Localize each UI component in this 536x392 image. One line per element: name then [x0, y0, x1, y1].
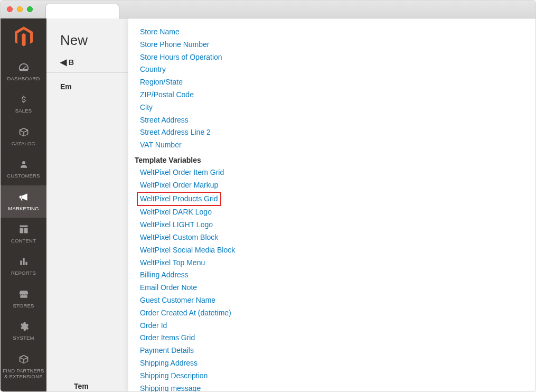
browser-tab[interactable]	[45, 4, 119, 18]
sidebar-item-label: DASHBOARD	[7, 76, 40, 81]
variable-link[interactable]: Store Name	[140, 26, 535, 39]
admin-sidebar: DASHBOARD SALES CATALOG CUSTOMERS MARKET	[1, 18, 46, 392]
gauge-icon	[18, 61, 30, 73]
sidebar-item-label: FIND PARTNERS & EXTENSIONS	[3, 368, 44, 380]
app-frame: DASHBOARD SALES CATALOG CUSTOMERS MARKET	[1, 18, 535, 392]
variable-link[interactable]: Store Phone Number	[140, 39, 535, 51]
variable-link[interactable]: Email Order Note	[140, 282, 535, 294]
sidebar-item-system[interactable]: SYSTEM	[1, 315, 46, 347]
variable-link[interactable]: WeltPixel Order Markup	[140, 179, 535, 192]
sidebar-item-customers[interactable]: CUSTOMERS	[1, 153, 46, 185]
variable-link[interactable]: WeltPixel Custom Block	[140, 231, 535, 244]
sidebar-item-stores[interactable]: STORES	[1, 283, 46, 315]
variable-link[interactable]: Shipping Description	[140, 370, 535, 382]
back-label: B	[69, 58, 74, 67]
window-minimize-icon[interactable]	[17, 6, 23, 12]
sidebar-item-label: CUSTOMERS	[7, 173, 40, 179]
main-content: New ◀ B Em Tem Store NameStore Phone Num…	[46, 18, 535, 392]
variable-link[interactable]: VAT Number	[140, 139, 535, 152]
variable-link[interactable]: City	[140, 101, 535, 114]
variable-link-highlighted[interactable]: WeltPixel Products Grid	[137, 192, 221, 207]
sidebar-item-label: SALES	[15, 108, 32, 114]
variable-link[interactable]: Order Items Grid	[140, 332, 535, 344]
bar-chart-icon	[18, 255, 29, 268]
variable-link[interactable]: WeltPixel LIGHT Logo	[140, 219, 535, 231]
sidebar-item-reports[interactable]: REPORTS	[1, 250, 46, 282]
layout-icon	[18, 223, 29, 236]
variable-link[interactable]: Billing Address	[140, 269, 535, 282]
sidebar-item-catalog[interactable]: CATALOG	[1, 120, 46, 153]
sidebar-item-label: MARKETING	[8, 206, 39, 211]
puzzle-icon	[18, 353, 29, 366]
variable-link[interactable]: WeltPixel Social Media Block	[140, 244, 535, 257]
magento-logo-icon[interactable]	[1, 18, 46, 55]
variable-link[interactable]: WeltPixel Order Item Grid	[140, 166, 535, 179]
sidebar-item-label: SYSTEM	[13, 335, 34, 341]
variable-list: Store NameStore Phone NumberStore Hours …	[128, 18, 535, 392]
variable-link[interactable]: ZIP/Postal Code	[140, 89, 535, 101]
megaphone-icon	[18, 191, 29, 203]
variable-link[interactable]: Guest Customer Name	[140, 294, 535, 307]
variable-link[interactable]: Shipping message	[140, 382, 535, 392]
body-label-tem: Tem	[60, 372, 89, 390]
sidebar-item-sales[interactable]: SALES	[1, 88, 46, 120]
chevron-left-icon: ◀	[60, 57, 67, 67]
sidebar-item-find-partners[interactable]: FIND PARTNERS & EXTENSIONS	[1, 348, 46, 386]
gear-icon	[18, 320, 29, 333]
variable-link[interactable]: Order Created At (datetime)	[140, 307, 535, 320]
variable-link[interactable]: WeltPixel DARK Logo	[140, 206, 535, 219]
variable-link[interactable]: Country	[140, 63, 535, 76]
sidebar-item-label: STORES	[13, 303, 34, 309]
variable-link[interactable]: Store Hours of Operation	[140, 51, 535, 64]
window-maximize-icon[interactable]	[27, 6, 33, 12]
box-icon	[18, 126, 29, 138]
sidebar-item-content[interactable]: CONTENT	[1, 218, 46, 250]
variable-link[interactable]: Shipping Address	[140, 357, 535, 370]
variable-section-heading: Template Variables	[135, 156, 535, 164]
sidebar-item-dashboard[interactable]: DASHBOARD	[1, 55, 46, 88]
sidebar-item-label: REPORTS	[11, 270, 36, 276]
sidebar-item-marketing[interactable]: MARKETING	[1, 185, 46, 218]
sidebar-item-label: CATALOG	[12, 141, 35, 146]
dollar-icon	[19, 93, 29, 106]
variable-link[interactable]: Street Address	[140, 114, 535, 127]
variable-link[interactable]: Street Address Line 2	[140, 126, 535, 139]
variable-link[interactable]: Payment Details	[140, 344, 535, 357]
person-icon	[19, 158, 29, 171]
sidebar-item-label: CONTENT	[11, 238, 36, 244]
storefront-icon	[18, 288, 29, 301]
insert-variable-panel: Store NameStore Phone NumberStore Hours …	[128, 18, 535, 392]
window-close-icon[interactable]	[7, 6, 13, 12]
variable-link[interactable]: Order Id	[140, 320, 535, 332]
browser-chrome	[1, 1, 535, 18]
variable-link[interactable]: WeltPixel Top Menu	[140, 257, 535, 269]
variable-link[interactable]: Region/State	[140, 76, 535, 89]
